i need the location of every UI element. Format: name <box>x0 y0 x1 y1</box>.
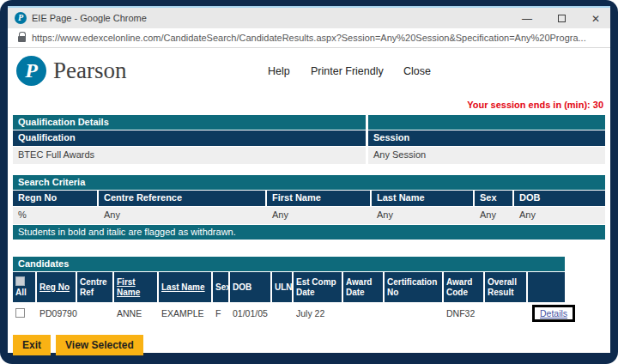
candidate-award-code: DNF32 <box>444 306 485 320</box>
first-name-value: Any <box>267 207 372 224</box>
search-criteria-title: Search Criteria <box>13 175 605 190</box>
pearson-favicon-icon: P <box>15 12 27 24</box>
overall-result-label: Overall Result <box>488 277 524 298</box>
est-comp-date-column-header: Est Comp Date <box>294 272 343 302</box>
close-link[interactable]: Close <box>403 65 431 77</box>
page-header: P Pearson Help Printer Friendly Close <box>13 52 605 96</box>
candidate-reg-no: PD09790 <box>37 306 77 320</box>
regn-no-value: % <box>13 207 99 224</box>
first-name-sort-link[interactable]: First Name <box>117 277 154 298</box>
certification-no-column-header: Certification No <box>385 272 444 302</box>
candidate-centre-ref <box>77 312 114 315</box>
pearson-logo-icon: P <box>16 56 46 86</box>
select-all-checkbox[interactable] <box>15 276 25 286</box>
award-code-column-header: Award Code <box>444 272 485 302</box>
candidate-select-cell <box>13 306 37 321</box>
padlock-icon <box>18 36 26 42</box>
candidates-title: Candidates <box>13 257 565 271</box>
dob-column-header: DOB <box>514 191 605 206</box>
session-timeout-notice: Your session ends in (min): 30 <box>13 100 603 110</box>
candidate-sex: F <box>213 306 230 320</box>
candidate-first-name: ANNE <box>114 306 159 320</box>
candidate-checkbox[interactable] <box>15 308 25 318</box>
reg-no-column-header: Reg No <box>37 272 77 302</box>
candidate-details-cell: Details <box>528 303 565 324</box>
url-text[interactable]: https://www.edexcelonline.com/CandidateS… <box>32 33 586 43</box>
sex-value: Any <box>475 207 514 224</box>
decorative-frame: P EIE Page - Google Chrome — ✕ https://w… <box>0 0 618 364</box>
maximize-icon[interactable] <box>555 13 567 25</box>
qualification-details-title: Qualification Details <box>13 115 366 130</box>
last-name-column-header: Last Name <box>372 191 475 206</box>
search-criteria-table: Search Criteria Regn No Centre Reference… <box>13 175 605 240</box>
search-criteria-values-row: % Any Any Any Any Any <box>13 207 605 224</box>
exit-button[interactable]: Exit <box>13 335 51 355</box>
view-selected-button[interactable]: View Selected <box>56 335 143 355</box>
candidate-row: PD09790 ANNE EXAMPLE F 01/01/05 July 22 … <box>13 302 565 325</box>
pearson-logo: P Pearson <box>16 56 126 86</box>
qualification-value: BTEC Full Awards <box>13 147 366 164</box>
window-controls: — ✕ <box>521 8 602 30</box>
candidates-columns-row: All Reg No Centre Ref First Name Last Na… <box>13 272 565 302</box>
first-name-column-header: First Name <box>114 272 159 302</box>
sex-label: Sex <box>215 282 226 293</box>
sex-column-header: Sex <box>213 272 230 302</box>
withdrawn-note: Students in bold and italic are flagged … <box>13 225 605 240</box>
sex-column-header: Sex <box>475 191 514 206</box>
centre-ref-column-header: Centre Ref <box>77 272 114 302</box>
candidate-est-comp-date: July 22 <box>294 306 343 320</box>
details-column-header <box>528 272 565 302</box>
candidate-uln <box>272 312 294 315</box>
printer-friendly-link[interactable]: Printer Friendly <box>311 65 384 77</box>
select-all-label: All <box>15 288 33 298</box>
qualification-details-header: Qualification Details <box>13 115 605 130</box>
qualification-details-table: Qualification Details Qualification Sess… <box>13 115 605 164</box>
last-name-column-header: Last Name <box>159 272 213 302</box>
session-column-header: Session <box>368 130 605 146</box>
uln-column-header: ULN <box>272 272 294 302</box>
page-content: P Pearson Help Printer Friendly Close Yo… <box>8 48 610 355</box>
dob-label: DOB <box>233 282 268 293</box>
minimize-icon[interactable]: — <box>521 13 533 25</box>
pearson-wordmark: Pearson <box>53 58 126 84</box>
details-link[interactable]: Details <box>540 308 567 318</box>
est-comp-date-label: Est Comp Date <box>296 277 339 298</box>
reg-no-sort-link[interactable]: Reg No <box>39 282 73 293</box>
first-name-column-header: First Name <box>267 191 372 206</box>
centre-reference-value: Any <box>99 207 267 224</box>
qualification-column-header: Qualification <box>13 130 366 146</box>
candidate-award-date <box>343 312 385 315</box>
qualification-values-row: BTEC Full Awards Any Session <box>13 147 605 164</box>
award-code-label: Award Code <box>446 277 481 298</box>
help-link[interactable]: Help <box>268 65 290 77</box>
address-bar[interactable]: https://www.edexcelonline.com/CandidateS… <box>8 28 610 48</box>
action-buttons: Exit View Selected <box>13 335 605 355</box>
last-name-value: Any <box>372 207 475 224</box>
award-date-label: Award Date <box>346 277 380 298</box>
dob-value: Any <box>514 207 605 224</box>
title-bar: P EIE Page - Google Chrome — ✕ <box>8 6 610 28</box>
close-icon[interactable]: ✕ <box>590 13 602 25</box>
candidate-last-name: EXAMPLE <box>159 306 213 320</box>
details-highlight-box: Details <box>532 305 575 322</box>
session-value: Any Session <box>368 147 605 164</box>
award-date-column-header: Award Date <box>343 272 385 302</box>
window-title: EIE Page - Google Chrome <box>32 13 147 23</box>
qualification-columns-row: Qualification Session <box>13 130 605 146</box>
qualification-details-title-spacer <box>368 115 605 130</box>
regn-no-column-header: Regn No <box>13 191 99 206</box>
certification-no-label: Certification No <box>387 277 439 298</box>
browser-window: P EIE Page - Google Chrome — ✕ https://w… <box>8 6 610 353</box>
last-name-sort-link[interactable]: Last Name <box>161 282 209 293</box>
dob-column-header: DOB <box>230 272 272 302</box>
candidate-certification-no <box>385 312 444 315</box>
candidate-overall-result <box>485 312 528 315</box>
centre-reference-column-header: Centre Reference <box>99 191 267 206</box>
uln-label: ULN <box>275 282 289 293</box>
candidate-dob: 01/01/05 <box>230 306 272 320</box>
search-criteria-columns-row: Regn No Centre Reference First Name Last… <box>13 191 605 206</box>
centre-ref-label: Centre Ref <box>80 277 110 298</box>
select-all-column-header: All <box>13 272 37 302</box>
overall-result-column-header: Overall Result <box>485 272 528 302</box>
candidates-table: Candidates All Reg No Centre Ref First N… <box>13 257 565 325</box>
